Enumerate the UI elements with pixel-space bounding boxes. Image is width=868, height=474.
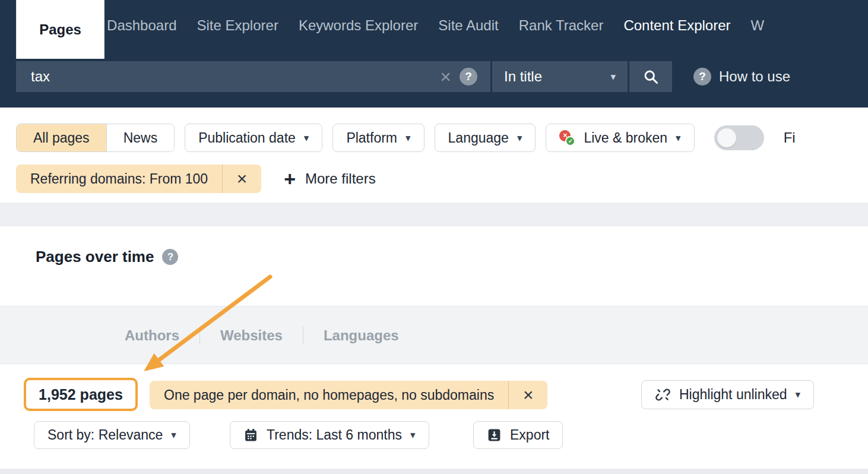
nav-dashboard[interactable]: Dashboard: [107, 17, 176, 34]
search-input[interactable]: [16, 61, 490, 92]
results-count: 1,952 pages: [39, 386, 123, 403]
trends-dropdown[interactable]: Trends: Last 6 months ▾: [230, 421, 429, 449]
search-mode-dropdown[interactable]: In title ▾: [492, 61, 628, 92]
annotation-highlight-box: 1,952 pages: [24, 378, 138, 411]
toggle-knob: [717, 128, 736, 147]
live-check-icon: ✓: [565, 136, 575, 146]
live-broken-label: Live & broken: [584, 130, 667, 146]
chevron-down-icon: ▾: [171, 430, 176, 440]
filter-news[interactable]: News: [106, 124, 175, 151]
referring-domains-chip-label: Referring domains: From 100: [16, 171, 222, 187]
tab-pages[interactable]: Pages: [16, 0, 104, 59]
toggle-label-cutoff: Fi: [784, 129, 796, 146]
inactive-tabs: Authors Websites Languages: [104, 306, 419, 365]
search-mode-value: In title: [504, 68, 542, 85]
publication-date-dropdown[interactable]: Publication date ▾: [185, 124, 322, 152]
primary-nav-row: ahrefs Dashboard Site Explorer Keywords …: [0, 0, 868, 51]
unlink-icon: [655, 387, 671, 403]
clear-search-icon[interactable]: ×: [440, 67, 451, 86]
nav-rank-tracker[interactable]: Rank Tracker: [519, 17, 604, 34]
nav-item-cutoff[interactable]: W: [751, 17, 765, 34]
filter-all-pages[interactable]: All pages: [17, 124, 106, 151]
how-to-use-link[interactable]: ? How to use: [693, 68, 790, 86]
section-divider: [0, 203, 868, 226]
platform-label: Platform: [346, 130, 397, 146]
pages-over-time-title: Pages over time: [36, 248, 154, 266]
search-bar: × ? In title ▾ ? How to use: [16, 61, 790, 92]
language-label: Language: [448, 130, 509, 146]
export-button[interactable]: Export: [473, 421, 563, 449]
live-broken-icon: × ✓: [559, 130, 575, 146]
highlight-unlinked-label: Highlight unlinked: [679, 387, 787, 403]
calendar-icon: [243, 428, 258, 443]
more-filters-button[interactable]: + More filters: [284, 169, 376, 189]
pages-over-time-card: Pages over time ?: [0, 226, 868, 306]
page-type-segmented: All pages News: [16, 124, 175, 152]
chevron-down-icon: ▾: [410, 430, 416, 440]
remove-scope-filter-icon[interactable]: ×: [508, 381, 547, 409]
trends-label: Trends: Last 6 months: [267, 427, 402, 443]
more-filters-label: More filters: [305, 170, 376, 187]
highlight-unlinked-dropdown[interactable]: Highlight unlinked ▾: [641, 380, 814, 409]
live-broken-dropdown[interactable]: × ✓ Live & broken ▾: [546, 124, 694, 152]
search-button[interactable]: [629, 61, 672, 92]
results-tabbar: Authors Websites Languages: [0, 306, 868, 364]
nav-content-explorer[interactable]: Content Explorer: [623, 17, 730, 34]
nav-site-explorer[interactable]: Site Explorer: [197, 17, 278, 34]
tab-languages[interactable]: Languages: [303, 327, 419, 344]
language-dropdown[interactable]: Language ▾: [435, 124, 536, 152]
help-icon: ?: [693, 68, 711, 86]
tab-websites[interactable]: Websites: [200, 327, 303, 344]
filter-toggle-switch[interactable]: [714, 125, 764, 150]
primary-nav: Dashboard Site Explorer Keywords Explore…: [107, 17, 868, 34]
chevron-down-icon: ▾: [676, 133, 681, 143]
search-icon: [642, 68, 659, 85]
chevron-down-icon: ▾: [406, 133, 411, 143]
publication-date-label: Publication date: [198, 130, 296, 146]
search-input-container: × ?: [16, 61, 490, 92]
referring-domains-chip: Referring domains: From 100 ×: [16, 165, 261, 193]
chevron-down-icon: ▾: [517, 133, 522, 143]
sort-by-label: Sort by: Relevance: [47, 427, 163, 443]
scope-filter-chip-label: One page per domain, no homepages, no su…: [150, 387, 508, 403]
how-to-use-label: How to use: [719, 68, 790, 85]
export-icon: [487, 428, 502, 443]
platform-dropdown[interactable]: Platform ▾: [332, 124, 424, 152]
scope-filter-chip: One page per domain, no homepages, no su…: [150, 381, 547, 409]
table-header-strip: [0, 469, 868, 474]
search-syntax-help-icon[interactable]: ?: [460, 68, 477, 86]
pages-over-time-help-icon[interactable]: ?: [162, 249, 178, 265]
export-label: Export: [510, 427, 549, 443]
remove-referring-domains-icon[interactable]: ×: [222, 165, 261, 193]
chevron-down-icon: ▾: [796, 390, 801, 400]
filters-row-primary: All pages News Publication date ▾ Platfo…: [16, 124, 796, 152]
plus-icon: +: [284, 169, 296, 189]
nav-keywords-explorer[interactable]: Keywords Explorer: [299, 17, 418, 34]
filters-section: All pages News Publication date ▾ Platfo…: [0, 108, 868, 203]
tab-authors[interactable]: Authors: [104, 327, 199, 344]
top-navbar: ahrefs Dashboard Site Explorer Keywords …: [0, 0, 868, 108]
nav-site-audit[interactable]: Site Audit: [438, 17, 498, 34]
pages-over-time-header: Pages over time ?: [0, 226, 868, 266]
chevron-down-icon: ▾: [610, 72, 616, 82]
sort-by-dropdown[interactable]: Sort by: Relevance ▾: [34, 421, 190, 449]
chevron-down-icon: ▾: [304, 133, 309, 143]
filters-row-applied: Referring domains: From 100 × + More fil…: [16, 165, 376, 193]
